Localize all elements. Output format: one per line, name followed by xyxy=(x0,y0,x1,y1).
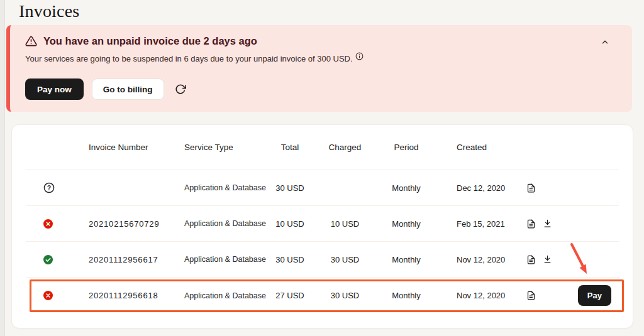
download-icon[interactable] xyxy=(543,254,552,264)
pay-button[interactable]: Pay xyxy=(578,285,611,306)
created-cell: Dec 12, 2020 xyxy=(435,183,510,193)
created-cell: Nov 12, 2020 xyxy=(435,291,510,300)
total-cell: 30 USD xyxy=(268,183,312,193)
invoice-document-icon[interactable] xyxy=(526,254,536,265)
invoice-number-cell: 20210215670729 xyxy=(76,219,172,229)
invoice-number-cell: 20201112956618 xyxy=(76,291,172,300)
x-circle-icon xyxy=(43,291,53,300)
download-icon[interactable] xyxy=(543,219,552,229)
service-type-cell: Application & Database xyxy=(172,255,268,264)
service-type-cell: Application & Database xyxy=(172,291,268,300)
invoice-number-column-header: Invoice Number xyxy=(76,143,172,152)
svg-text:?: ? xyxy=(47,184,51,192)
period-cell: Monthly xyxy=(378,255,435,264)
invoice-number-cell: 20201112956617 xyxy=(76,255,172,264)
warning-triangle-icon xyxy=(25,35,37,47)
pay-now-button[interactable]: Pay now xyxy=(25,79,84,100)
page-left-edge xyxy=(0,0,5,336)
table-row: ? Application & Database 30 USD Monthly … xyxy=(26,170,619,206)
period-column-header: Period xyxy=(378,143,435,152)
charged-cell: 30 USD xyxy=(312,291,378,300)
created-cell: Nov 12, 2020 xyxy=(435,255,510,264)
page-title: Invoices xyxy=(19,1,79,21)
refresh-icon[interactable] xyxy=(175,84,186,95)
total-cell: 10 USD xyxy=(268,219,312,229)
table-header-row: Invoice Number Service Type Total Charge… xyxy=(26,125,619,170)
period-cell: Monthly xyxy=(378,219,435,229)
service-type-cell: Application & Database xyxy=(172,219,268,228)
service-type-cell: Application & Database xyxy=(172,183,268,192)
table-body: ? Application & Database 30 USD Monthly … xyxy=(26,170,619,313)
alert-message: Your services are going to be suspended … xyxy=(25,54,353,63)
charged-cell: 10 USD xyxy=(312,219,378,229)
charged-column-header: Charged xyxy=(312,143,378,152)
info-icon[interactable] xyxy=(355,52,364,62)
x-circle-icon xyxy=(43,219,53,229)
created-cell: Feb 15, 2021 xyxy=(435,219,510,229)
go-to-billing-button[interactable]: Go to billing xyxy=(92,79,164,100)
check-circle-icon xyxy=(43,255,53,264)
period-cell: Monthly xyxy=(378,183,435,193)
invoice-document-icon[interactable] xyxy=(526,290,536,301)
service-type-column-header: Service Type xyxy=(172,143,268,152)
created-column-header: Created xyxy=(435,143,510,152)
chevron-up-icon[interactable] xyxy=(598,35,612,49)
total-cell: 27 USD xyxy=(268,291,312,300)
invoices-card: Invoice Number Service Type Total Charge… xyxy=(11,124,633,328)
unpaid-invoice-alert: You have an unpaid invoice due 2 days ag… xyxy=(6,25,632,112)
table-row: 20201112956618 Application & Database 27… xyxy=(26,278,619,313)
alert-title: You have an unpaid invoice due 2 days ag… xyxy=(43,35,257,47)
table-row: 20210215670729 Application & Database 10… xyxy=(26,206,619,242)
total-cell: 30 USD xyxy=(268,255,312,264)
charged-cell: 30 USD xyxy=(312,255,378,264)
invoice-document-icon[interactable] xyxy=(526,219,536,229)
total-column-header: Total xyxy=(268,143,312,152)
table-row: 20201112956617 Application & Database 30… xyxy=(26,242,619,278)
question-circle-icon: ? xyxy=(43,182,55,193)
invoice-document-icon[interactable] xyxy=(526,183,536,193)
period-cell: Monthly xyxy=(378,291,435,300)
